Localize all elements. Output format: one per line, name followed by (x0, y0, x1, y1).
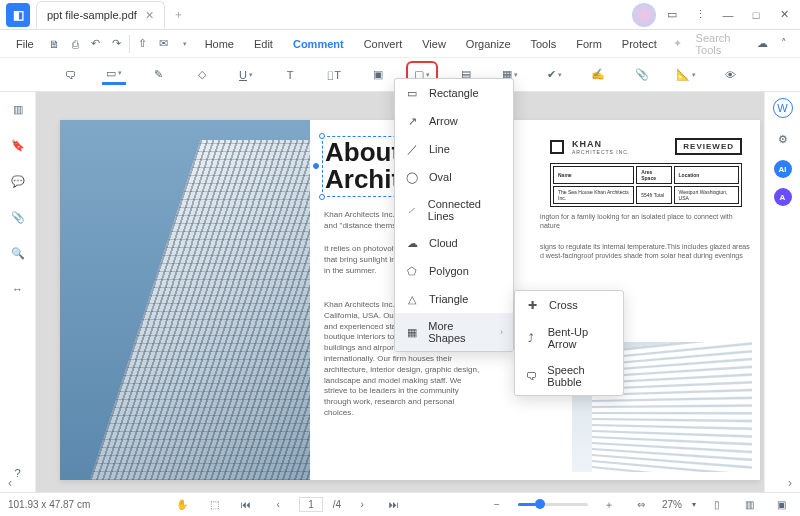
upload-icon[interactable]: ⇧ (134, 33, 151, 55)
comments-panel-icon[interactable]: 💬 (7, 170, 29, 192)
thumbnails-icon[interactable]: ▥ (7, 98, 29, 120)
brand-name: KHAN (572, 139, 630, 149)
save-icon[interactable]: 🗎 (46, 33, 63, 55)
shape-rectangle[interactable]: ▭Rectangle (395, 79, 513, 107)
last-page-icon[interactable]: ⏭ (383, 494, 405, 516)
document-tab[interactable]: ppt file-sample.pdf ✕ (36, 1, 165, 29)
bent-up-arrow-icon: ⤴ (525, 331, 538, 345)
new-tab-button[interactable]: ＋ (165, 7, 192, 22)
maximize-icon[interactable]: □ (744, 3, 768, 27)
menu-view[interactable]: View (414, 34, 454, 54)
close-window-icon[interactable]: ✕ (772, 3, 796, 27)
redo-icon[interactable]: ↷ (108, 33, 125, 55)
scroll-right-icon[interactable]: › (788, 476, 792, 490)
share-dropdown-icon[interactable] (176, 33, 193, 55)
zoom-value[interactable]: 27% (662, 499, 682, 510)
menu-edit[interactable]: Edit (246, 34, 281, 54)
approval-stamp-icon[interactable]: ✔︎ (542, 65, 566, 85)
right-text-2: signs to regulate its internal temperatu… (540, 242, 750, 261)
page-number-input[interactable]: 1 (299, 497, 323, 512)
shape-cross[interactable]: ✚Cross (515, 291, 623, 319)
shape-speech-bubble[interactable]: 🗨Speech Bubble (515, 357, 623, 395)
scroll-left-icon[interactable]: ‹ (8, 476, 12, 490)
highlight-tool-icon[interactable]: ▭ (102, 65, 126, 85)
prev-page-icon[interactable]: ‹ (267, 494, 289, 516)
kebab-icon[interactable]: ⋮ (688, 3, 712, 27)
heading-line1: About (325, 137, 400, 167)
shape-bent-up-arrow[interactable]: ⤴Bent-Up Arrow (515, 319, 623, 357)
signature-tool-icon[interactable]: ✍ (586, 65, 610, 85)
menu-convert[interactable]: Convert (356, 34, 411, 54)
fields-panel-icon[interactable]: ↔ (7, 278, 29, 300)
shape-arrow[interactable]: ↗Arrow (395, 107, 513, 135)
text-tool-icon[interactable]: T (278, 65, 302, 85)
settings-sliders-icon[interactable]: ⚙ (772, 128, 794, 150)
menu-organize[interactable]: Organize (458, 34, 519, 54)
pencil-tool-icon[interactable]: ✎ (146, 65, 170, 85)
menu-form[interactable]: Form (568, 34, 610, 54)
menu-comment[interactable]: Comment (285, 34, 352, 54)
fit-width-icon[interactable]: ⇔ (630, 494, 652, 516)
menu-bar: File 🗎 ⎙ ↶ ↷ ⇧ ✉ Home Edit Comment Conve… (0, 30, 800, 58)
hide-comments-icon[interactable]: 👁 (718, 65, 742, 85)
shapes-menu: ▭Rectangle ↗Arrow ／Line ◯Oval ⟋Connected… (394, 78, 514, 352)
menu-tools[interactable]: Tools (523, 34, 565, 54)
right-sidebar: W ⚙ AI A (764, 92, 800, 492)
account-icon[interactable] (632, 3, 656, 27)
wand-icon[interactable]: ✦ (669, 33, 686, 55)
brand-logo-icon (550, 140, 564, 154)
zoom-out-icon[interactable]: − (486, 494, 508, 516)
read-mode-icon[interactable]: ▣ (770, 494, 792, 516)
shape-more-shapes[interactable]: ▦More Shapes› (395, 313, 513, 351)
attachments-panel-icon[interactable]: 📎 (7, 206, 29, 228)
title-bar: ◧ ppt file-sample.pdf ✕ ＋ ▭ ⋮ ― □ ✕ (0, 0, 800, 30)
cloud-icon[interactable]: ☁ (754, 33, 771, 55)
textbox-tool-icon[interactable]: ⌷T (322, 65, 346, 85)
shape-oval[interactable]: ◯Oval (395, 163, 513, 191)
shape-polygon[interactable]: ⬠Polygon (395, 257, 513, 285)
print-icon[interactable]: ⎙ (67, 33, 84, 55)
ai-badge-icon[interactable]: AI (774, 160, 792, 178)
app-logo: ◧ (6, 3, 30, 27)
collapse-ribbon-icon[interactable]: ˄ (775, 33, 792, 55)
menu-home[interactable]: Home (197, 34, 242, 54)
close-tab-icon[interactable]: ✕ (145, 9, 154, 22)
share-icon[interactable]: ✉ (155, 33, 172, 55)
shape-cloud[interactable]: ☁Cloud (395, 229, 513, 257)
building-photo (60, 120, 310, 480)
shape-line[interactable]: ／Line (395, 135, 513, 163)
callout-tool-icon[interactable]: ▣ (366, 65, 390, 85)
bookmarks-icon[interactable]: 🔖 (7, 134, 29, 156)
shape-triangle[interactable]: △Triangle (395, 285, 513, 313)
first-page-icon[interactable]: ⏮ (235, 494, 257, 516)
menu-file[interactable]: File (8, 34, 42, 54)
hand-tool-icon[interactable]: ✋ (171, 494, 193, 516)
select-tool-icon[interactable]: ⬚ (203, 494, 225, 516)
left-sidebar: ▥ 🔖 💬 📎 🔍 ↔ ? (0, 92, 36, 492)
search-panel-icon[interactable]: 🔍 (7, 242, 29, 264)
connected-lines-icon: ⟋ (405, 203, 418, 217)
zoom-in-icon[interactable]: ＋ (598, 494, 620, 516)
feedback-icon[interactable]: ▭ (660, 3, 684, 27)
polygon-icon: ⬠ (405, 264, 419, 278)
underline-tool-icon[interactable]: U (234, 65, 258, 85)
attachment-tool-icon[interactable]: 📎 (630, 65, 654, 85)
continuous-page-icon[interactable]: ▥ (738, 494, 760, 516)
undo-icon[interactable]: ↶ (87, 33, 104, 55)
single-page-icon[interactable]: ▯ (706, 494, 728, 516)
wondershare-icon[interactable]: W (773, 98, 793, 118)
zoom-slider[interactable] (518, 503, 588, 506)
note-tool-icon[interactable]: 🗨 (58, 65, 82, 85)
eraser-tool-icon[interactable]: ◇ (190, 65, 214, 85)
oval-icon: ◯ (405, 170, 419, 184)
measure-tool-icon[interactable]: 📐 (674, 65, 698, 85)
shape-connected-lines[interactable]: ⟋Connected Lines (395, 191, 513, 229)
right-column: KHAN ARCHITECTS INC. REVIEWED NameAres S… (550, 138, 742, 207)
next-page-icon[interactable]: › (351, 494, 373, 516)
info-table: NameAres SpaceLocation The Sea House Kha… (550, 163, 742, 207)
assist-badge-icon[interactable]: A (774, 188, 792, 206)
cross-icon: ✚ (525, 298, 539, 312)
minimize-icon[interactable]: ― (716, 3, 740, 27)
menu-protect[interactable]: Protect (614, 34, 665, 54)
search-tools[interactable]: Search Tools (690, 32, 751, 56)
